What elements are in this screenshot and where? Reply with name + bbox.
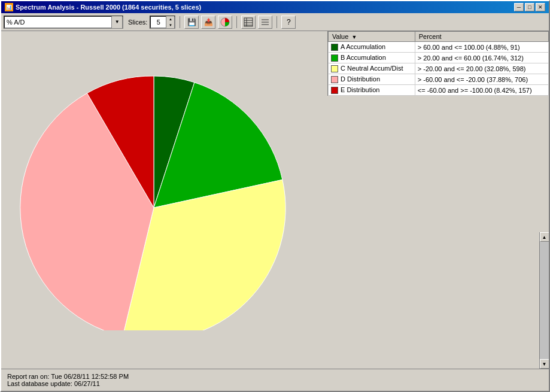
- legend-condition-3: > -60.00 and <= -20.00 (37.88%, 706): [415, 74, 548, 85]
- legend-label-3: D Distribution: [329, 74, 415, 85]
- scrollbar-container: ▲ ▼: [327, 232, 549, 369]
- pie-chart-button[interactable]: [218, 16, 232, 29]
- slices-input[interactable]: 5: [151, 18, 166, 26]
- scroll-track: [540, 242, 549, 359]
- toolbar: % A/D ▼ Slices: 5 ▲ ▼ 💾 📤: [1, 13, 549, 31]
- col-value-header[interactable]: Value ▼: [329, 32, 415, 42]
- save-button[interactable]: 💾: [184, 16, 199, 29]
- title-buttons: ─ □ ✕: [514, 3, 545, 11]
- metric-dropdown[interactable]: % A/D ▼: [4, 16, 123, 29]
- right-spacer: [327, 96, 549, 232]
- slices-down-arrow[interactable]: ▼: [166, 22, 174, 28]
- legend-color-box-4: [331, 87, 338, 94]
- legend-condition-1: > 20.00 and <= 60.00 (16.74%, 312): [415, 53, 548, 63]
- report-date: Tue 06/28/11 12:52:58 PM: [51, 373, 129, 380]
- export-button[interactable]: 📤: [201, 16, 215, 29]
- toolbar-separator-2: [236, 16, 237, 28]
- legend-color-box-2: [331, 65, 338, 72]
- db-line: Last database update: 06/27/11: [7, 380, 543, 387]
- db-date: 06/27/11: [74, 380, 100, 387]
- scroll-down-button[interactable]: ▼: [540, 359, 549, 369]
- db-label: Last database update:: [7, 380, 72, 387]
- dropdown-arrow-icon[interactable]: ▼: [111, 16, 122, 28]
- toolbar-separator-3: [276, 16, 277, 28]
- legend-label-4: E Distribution: [329, 85, 415, 96]
- title-bar-left: 📊 Spectrum Analysis - Russell 2000 (1864…: [5, 3, 201, 11]
- legend-color-box-1: [331, 54, 338, 62]
- footer: Report ran on: Tue 06/28/11 12:52:58 PM …: [1, 369, 549, 391]
- main-content: Value ▼ Percent A Accumulation> 60.00 an…: [1, 31, 549, 369]
- legend-label-1: B Accumulation: [329, 53, 415, 63]
- report-line: Report ran on: Tue 06/28/11 12:52:58 PM: [7, 373, 543, 380]
- legend-color-box-3: [331, 76, 338, 83]
- legend-label-2: C Neutral Accum/Dist: [329, 63, 415, 74]
- right-section: Value ▼ Percent A Accumulation> 60.00 an…: [327, 31, 549, 369]
- app-icon: 📊: [5, 3, 13, 11]
- legend-row-3[interactable]: D Distribution> -60.00 and <= -20.00 (37…: [329, 74, 549, 85]
- window-title: Spectrum Analysis - Russell 2000 (1864 s…: [16, 4, 201, 11]
- legend-table: Value ▼ Percent A Accumulation> 60.00 an…: [328, 31, 549, 96]
- metric-input[interactable]: % A/D: [5, 18, 111, 26]
- legend-label-0: A Accumulation: [329, 42, 415, 53]
- main-window: 📊 Spectrum Analysis - Russell 2000 (1864…: [0, 0, 550, 392]
- slices-label: Slices:: [128, 19, 147, 26]
- scroll-up-button[interactable]: ▲: [540, 232, 549, 242]
- report-label: Report ran on:: [7, 373, 49, 380]
- list-button[interactable]: [258, 16, 272, 29]
- help-button[interactable]: ?: [281, 16, 296, 29]
- grid-button[interactable]: [241, 16, 256, 29]
- legend-condition-4: <= -60.00 and >= -100.00 (8.42%, 157): [415, 85, 548, 96]
- right-panel: Value ▼ Percent A Accumulation> 60.00 an…: [327, 31, 549, 96]
- legend-condition-2: > -20.00 and <= 20.00 (32.08%, 598): [415, 63, 548, 74]
- legend-row-2[interactable]: C Neutral Accum/Dist> -20.00 and <= 20.0…: [329, 63, 549, 74]
- col-percent-header[interactable]: Percent: [415, 32, 548, 42]
- legend-row-1[interactable]: B Accumulation> 20.00 and <= 60.00 (16.7…: [329, 53, 549, 63]
- slices-control[interactable]: 5 ▲ ▼: [150, 16, 175, 29]
- toolbar-separator-1: [180, 16, 180, 28]
- legend-row-4[interactable]: E Distribution<= -60.00 and >= -100.00 (…: [329, 85, 549, 96]
- maximize-button[interactable]: □: [525, 3, 534, 11]
- slices-arrows: ▲ ▼: [166, 16, 174, 28]
- sort-icon: ▼: [351, 34, 357, 40]
- minimize-button[interactable]: ─: [514, 3, 524, 11]
- chart-area: [1, 31, 327, 369]
- pie-chart-svg: [7, 37, 300, 330]
- close-button[interactable]: ✕: [536, 3, 545, 11]
- legend-color-box-0: [331, 44, 338, 51]
- slices-up-arrow[interactable]: ▲: [166, 16, 174, 22]
- title-bar: 📊 Spectrum Analysis - Russell 2000 (1864…: [1, 1, 549, 13]
- legend-row-0[interactable]: A Accumulation> 60.00 and <= 100.00 (4.8…: [329, 42, 549, 53]
- vertical-scrollbar[interactable]: ▲ ▼: [539, 232, 549, 369]
- legend-condition-0: > 60.00 and <= 100.00 (4.88%, 91): [415, 42, 548, 53]
